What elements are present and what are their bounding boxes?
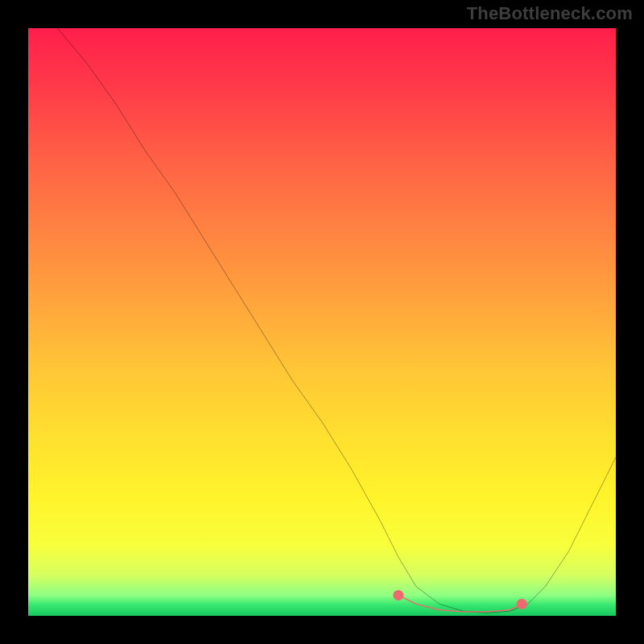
plot-area xyxy=(28,28,616,616)
optimal-range-dot xyxy=(517,599,527,609)
optimal-range-dots xyxy=(393,590,526,609)
bottleneck-curve-path xyxy=(58,28,617,613)
curve-layer xyxy=(28,28,616,616)
chart-stage: TheBottleneck.com xyxy=(0,0,644,644)
optimal-range-path xyxy=(398,595,522,611)
optimal-range-dot xyxy=(393,590,403,601)
watermark-text: TheBottleneck.com xyxy=(467,3,633,24)
